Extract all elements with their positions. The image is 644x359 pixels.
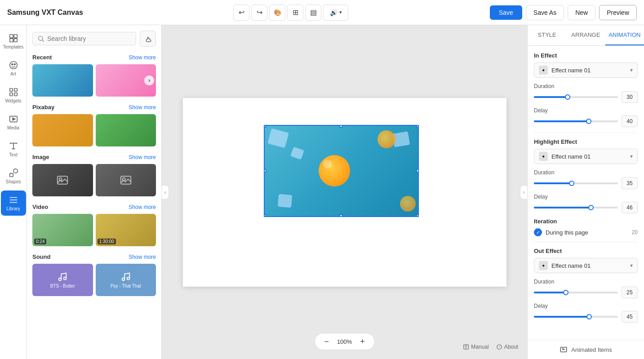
sidebar-item-shapes[interactable]: Shapes [1, 164, 26, 189]
out-duration-thumb[interactable] [563, 290, 568, 295]
in-effect-duration-value[interactable]: 30 [622, 91, 638, 103]
search-input[interactable] [47, 35, 131, 42]
collapse-panel-toggle[interactable]: ‹ [162, 185, 169, 199]
list-item[interactable]: 0:24 [32, 214, 93, 246]
library-panel: Recent Show more › Pixabay Show more [27, 25, 162, 359]
in-effect-delay-thumb[interactable] [586, 119, 591, 124]
list-item[interactable] [32, 164, 93, 196]
new-button[interactable]: New [568, 5, 595, 20]
tab-animation[interactable]: ANIMATION [605, 25, 644, 45]
show-more-recent[interactable]: Show more [129, 54, 156, 61]
resize-handle-bl[interactable] [264, 214, 266, 217]
sidebar-item-templates[interactable]: Templates [1, 29, 26, 54]
in-effect-label: Effect name 01 [551, 67, 626, 74]
in-effect-dropdown[interactable]: ✦ Effect name 01 ▾ [534, 62, 638, 78]
layers-button[interactable]: ▤ [305, 4, 321, 21]
sidebar-item-text[interactable]: Text [1, 137, 26, 162]
cloud-upload-button[interactable] [140, 31, 156, 47]
tab-arrange[interactable]: ARRANGE [566, 25, 605, 45]
redo-button[interactable]: ↪ [251, 4, 267, 21]
out-delay-track[interactable] [534, 316, 618, 318]
show-more-sound[interactable]: Show more [129, 254, 156, 260]
section-header-recent: Recent Show more [32, 54, 156, 61]
in-effect-delay-slider-wrap: 40 [534, 115, 638, 127]
grid-button[interactable]: ⊞ [287, 4, 303, 21]
preview-button[interactable]: Preview [599, 5, 637, 20]
sidebar-label-media: Media [7, 125, 19, 130]
list-item[interactable] [96, 164, 156, 196]
highlight-delay-value[interactable]: 46 [622, 202, 638, 213]
animated-items-button[interactable]: Animated Items [528, 340, 644, 359]
search-input-wrap[interactable] [32, 32, 136, 45]
highlight-duration-thumb[interactable] [569, 181, 574, 186]
chevron-right-icon[interactable]: › [144, 75, 154, 85]
panel-tabs: STYLE ARRANGE ANIMATION [528, 25, 644, 46]
in-effect-delay-track[interactable] [534, 120, 618, 122]
list-item[interactable]: 1:30:00 [96, 214, 156, 246]
list-item[interactable] [96, 114, 156, 146]
list-item[interactable]: › [96, 64, 156, 97]
out-duration-value[interactable]: 25 [622, 287, 638, 298]
section-title-sound: Sound [32, 253, 50, 260]
sidebar-item-library[interactable]: Library [1, 191, 26, 216]
highlight-duration-value[interactable]: 35 [622, 177, 638, 189]
show-more-pixabay[interactable]: Show more [129, 104, 156, 111]
during-page-checkbox[interactable]: ✓ [534, 228, 542, 236]
resize-handle-tl[interactable] [264, 125, 266, 128]
expand-panel-toggle[interactable]: › [520, 185, 527, 199]
out-duration-fill [534, 292, 566, 293]
list-item[interactable] [32, 114, 93, 146]
resize-handle-bm[interactable] [339, 214, 343, 217]
zoom-out-button[interactable]: − [321, 336, 332, 347]
svg-rect-10 [14, 93, 17, 96]
in-effect-duration-thumb[interactable] [565, 94, 570, 100]
resize-handle-tm[interactable] [339, 125, 343, 128]
highlight-delay-row: Delay 46 [534, 194, 638, 213]
in-effect-duration-track[interactable] [534, 96, 618, 98]
highlight-delay-thumb[interactable] [588, 205, 594, 210]
search-icon [37, 35, 44, 42]
undo-button[interactable]: ↩ [233, 4, 249, 21]
list-item[interactable]: Psy - That That [96, 264, 156, 296]
resize-handle-mr[interactable] [416, 169, 419, 173]
video-grid: 0:24 1:30:00 [32, 214, 156, 246]
sidebar-label-text: Text [9, 152, 17, 157]
tab-style[interactable]: STYLE [528, 25, 566, 45]
highlight-effect-dropdown[interactable]: ✦ Effect name 01 ▾ [534, 149, 638, 164]
highlight-duration-track[interactable] [534, 182, 618, 184]
about-link[interactable]: About [496, 344, 518, 350]
resize-handle-br[interactable] [416, 214, 419, 217]
canvas-element-image[interactable] [264, 125, 419, 217]
out-effect-icon: ✦ [539, 261, 548, 270]
highlight-delay-label: Delay [534, 194, 638, 200]
sidebar-item-art[interactable]: Art [1, 56, 26, 81]
in-effect-delay-value[interactable]: 40 [622, 115, 638, 127]
resize-handle-tr[interactable] [416, 125, 419, 128]
sound-button[interactable]: 🔊 ▾ [323, 4, 348, 21]
canvas-image-content [265, 126, 418, 216]
out-delay-value[interactable]: 45 [622, 311, 638, 323]
save-button[interactable]: Save [490, 5, 522, 20]
image-grid [32, 164, 156, 196]
save-as-button[interactable]: Save As [526, 5, 564, 20]
out-duration-track[interactable] [534, 292, 618, 293]
svg-point-23 [122, 278, 125, 280]
highlight-delay-track[interactable] [534, 207, 618, 208]
manual-link[interactable]: Manual [463, 344, 489, 350]
highlight-effect-label: Effect name 01 [551, 153, 626, 160]
show-more-video[interactable]: Show more [129, 204, 156, 210]
sidebar-item-widgets[interactable]: Widgets [1, 83, 26, 108]
show-more-image[interactable]: Show more [129, 154, 156, 160]
zoom-in-button[interactable]: + [357, 336, 368, 347]
list-item[interactable]: BTS - Butter [32, 264, 93, 296]
sidebar-item-media[interactable]: Media [1, 110, 26, 135]
highlight-duration-slider-wrap: 35 [534, 177, 638, 189]
paint-button[interactable]: 🎨 [269, 4, 285, 21]
out-delay-thumb[interactable] [586, 314, 592, 319]
iteration-row: ✓ During this page 20 [534, 228, 638, 236]
resize-handle-ml[interactable] [264, 169, 266, 173]
list-item[interactable] [32, 64, 93, 97]
out-effect-dropdown[interactable]: ✦ Effect name 01 ▾ [534, 258, 638, 273]
canvas[interactable] [183, 98, 506, 287]
svg-point-5 [11, 64, 13, 65]
